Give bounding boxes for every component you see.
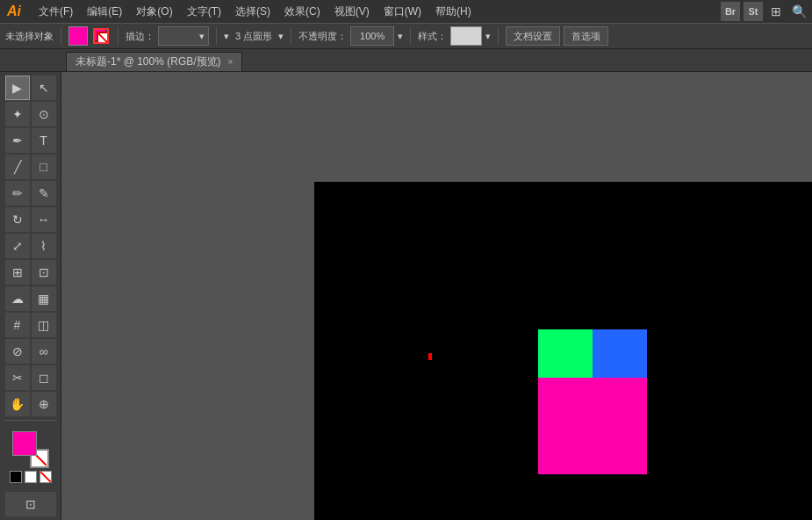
toolbar-divider-2 xyxy=(118,27,119,45)
workspace-icon[interactable]: ⊞ xyxy=(766,2,786,21)
point-group: ▾ 3 点圆形 ▾ xyxy=(224,30,284,43)
menu-edit[interactable]: 编辑(E) xyxy=(80,2,129,22)
mesh-tool[interactable]: # xyxy=(5,313,30,337)
preferences-button[interactable]: 首选项 xyxy=(564,26,608,46)
tool-row-5: ✏ ✎ xyxy=(5,181,56,206)
color-area: ⇄ xyxy=(6,428,55,487)
warp-tool[interactable]: ⌇ xyxy=(32,234,56,258)
point-value: 3 点圆形 xyxy=(232,30,276,43)
reflect-tool[interactable]: ↔ xyxy=(32,207,56,232)
cursor-dot xyxy=(428,353,432,360)
menu-window[interactable]: 窗口(W) xyxy=(377,2,428,22)
toolbar-divider-3 xyxy=(216,27,217,45)
graph-tool[interactable]: ▦ xyxy=(32,286,56,311)
shape-blue xyxy=(593,329,647,378)
pencil-tool[interactable]: ✎ xyxy=(32,181,56,206)
direct-selection-tool[interactable]: ↖ xyxy=(32,76,56,100)
tool-row-8: ⊞ ⊡ xyxy=(5,260,56,285)
menu-file[interactable]: 文件(F) xyxy=(32,2,80,22)
hand-tool[interactable]: ✋ xyxy=(5,392,30,416)
tab-close-button[interactable]: × xyxy=(228,57,234,67)
menu-object[interactable]: 对象(O) xyxy=(129,2,179,22)
artboard xyxy=(314,182,813,520)
style-arrow: ▾ xyxy=(485,31,491,42)
toolbox: ▶ ↖ ✦ ⊙ ✒ T ╱ □ ✏ ✎ ↻ ↔ ⤢ ⌇ xyxy=(0,72,61,520)
menu-help[interactable]: 帮助(H) xyxy=(428,2,478,22)
artboards-icon[interactable]: ⊡ xyxy=(5,492,56,516)
tool-row-3: ✒ T xyxy=(5,128,56,153)
swap-colors-button[interactable]: ⇄ xyxy=(25,471,37,483)
tool-row-4: ╱ □ xyxy=(5,155,56,179)
canvas-area[interactable] xyxy=(61,72,812,520)
type-tool[interactable]: T xyxy=(32,128,56,153)
rotate-tool[interactable]: ↻ xyxy=(5,207,30,232)
no-selection-label: 未选择对象 xyxy=(5,30,54,43)
tool-row-13: ✋ ⊕ xyxy=(5,392,56,416)
style-label: 样式： xyxy=(418,30,447,43)
app-logo: Ai xyxy=(4,4,25,19)
stroke-indicator[interactable] xyxy=(91,26,111,46)
scale-tool[interactable]: ⤢ xyxy=(5,234,30,258)
fill-color-swatch[interactable] xyxy=(12,431,37,456)
menu-right-icons: Br St ⊞ 🔍 xyxy=(721,2,808,21)
lasso-tool[interactable]: ⊙ xyxy=(32,102,56,126)
menu-effect[interactable]: 效果(C) xyxy=(277,2,327,22)
fill-swatch[interactable] xyxy=(68,26,88,46)
tool-row-12: ✂ ◻ xyxy=(5,365,56,390)
tool-row-2: ✦ ⊙ xyxy=(5,102,56,126)
menu-view[interactable]: 视图(V) xyxy=(327,2,377,22)
tool-row-11: ⊘ ∞ xyxy=(5,339,56,364)
toolbar-divider-5 xyxy=(410,27,411,45)
tool-row-9: ☁ ▦ xyxy=(5,286,56,311)
line-tool[interactable]: ╱ xyxy=(5,155,30,179)
zoom-tool[interactable]: ⊕ xyxy=(32,392,56,416)
free-transform-tool[interactable]: ⊞ xyxy=(5,260,30,285)
stock-icon[interactable]: St xyxy=(744,2,763,21)
menu-bar: Ai 文件(F) 编辑(E) 对象(O) 文字(T) 选择(S) 效果(C) 视… xyxy=(0,0,812,23)
menu-select[interactable]: 选择(S) xyxy=(228,2,277,22)
search-icon[interactable]: 🔍 xyxy=(789,2,808,21)
shape-green xyxy=(538,329,593,378)
tool-row-6: ↻ ↔ xyxy=(5,207,56,232)
gradient-tool[interactable]: ◫ xyxy=(32,313,56,337)
eraser-tool[interactable]: ◻ xyxy=(32,365,56,390)
symbol-sprayer-tool[interactable]: ☁ xyxy=(5,286,30,311)
menu-text[interactable]: 文字(T) xyxy=(180,2,228,22)
opacity-percent: ▾ xyxy=(398,31,403,42)
none-color-button[interactable] xyxy=(40,471,52,483)
toolbar-divider-1 xyxy=(61,27,61,45)
toolbar-divider-4 xyxy=(291,27,291,45)
main-layout: ▶ ↖ ✦ ⊙ ✒ T ╱ □ ✏ ✎ ↻ ↔ ⤢ ⌇ xyxy=(0,72,812,520)
stroke-label: 描边： xyxy=(126,30,154,43)
eyedropper-tool[interactable]: ⊘ xyxy=(5,339,30,364)
paintbrush-tool[interactable]: ✏ xyxy=(5,181,30,206)
tab-title: 未标题-1* @ 100% (RGB/预览) xyxy=(75,54,221,69)
stroke-dropdown[interactable]: ▾ xyxy=(158,26,209,46)
opacity-label: 不透明度： xyxy=(298,30,347,43)
blend-tool[interactable]: ∞ xyxy=(32,339,56,364)
bridge-icon[interactable]: Br xyxy=(721,2,740,21)
tool-row-7: ⤢ ⌇ xyxy=(5,234,56,258)
pen-tool[interactable]: ✒ xyxy=(5,128,30,153)
tool-divider xyxy=(4,420,57,421)
tool-row-1: ▶ ↖ xyxy=(5,76,56,100)
opacity-input[interactable] xyxy=(350,26,394,46)
rect-tool[interactable]: □ xyxy=(32,155,56,179)
toolbar-divider-6 xyxy=(498,27,499,45)
scissors-tool[interactable]: ✂ xyxy=(5,365,30,390)
selection-tool[interactable]: ▶ xyxy=(5,76,30,100)
point-arrow: ▾ xyxy=(278,31,284,42)
magic-wand-tool[interactable]: ✦ xyxy=(5,102,30,126)
document-tab[interactable]: 未标题-1* @ 100% (RGB/预览) × xyxy=(66,52,242,71)
point-label: ▾ xyxy=(224,31,229,42)
mini-swatches: ⇄ xyxy=(10,471,52,483)
doc-settings-button[interactable]: 文档设置 xyxy=(506,26,560,46)
artboard-tool[interactable]: ⊡ xyxy=(5,492,56,516)
color-swatches xyxy=(12,431,49,468)
tab-bar: 未标题-1* @ 100% (RGB/预览) × xyxy=(0,49,812,72)
default-colors-button[interactable] xyxy=(10,471,22,483)
style-swatch[interactable] xyxy=(450,26,482,46)
tool-row-10: # ◫ xyxy=(5,313,56,337)
perspective-tool[interactable]: ⊡ xyxy=(32,260,56,285)
toolbar: 未选择对象 描边： ▾ ▾ 3 点圆形 ▾ 不透明度： ▾ 样式： ▾ 文档设置… xyxy=(0,23,812,49)
